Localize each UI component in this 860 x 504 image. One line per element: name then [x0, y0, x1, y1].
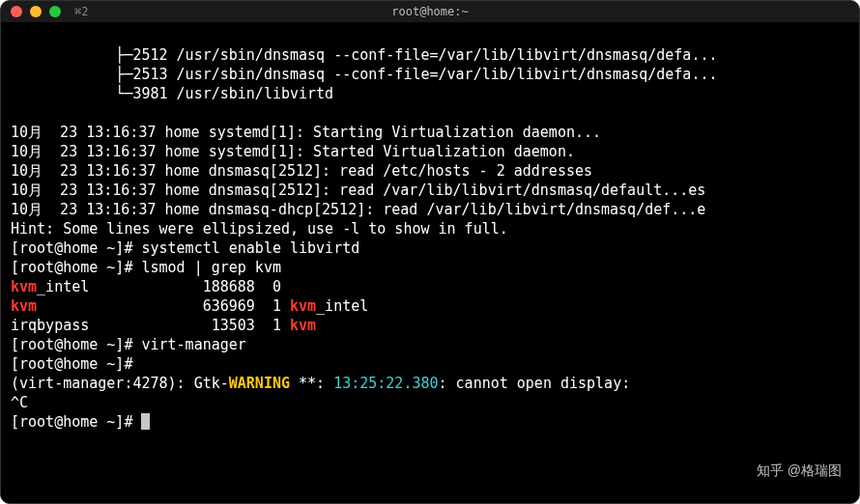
prompt-line: [root@home ~]# virt-manager — [11, 336, 246, 353]
watermark-text: 知乎 @格瑞图 — [757, 461, 842, 480]
cursor-icon — [141, 413, 150, 430]
row-text: irqbypass 13503 1 — [11, 317, 290, 334]
prompt-line: [root@home ~]# systemctl enable libvirtd — [11, 239, 359, 257]
prompt-text: [root@home ~]# — [11, 336, 141, 353]
command-text: systemctl enable libvirtd — [141, 239, 359, 257]
maximize-icon[interactable] — [49, 6, 61, 17]
prompt-line: [root@home ~]# lsmod | grep kvm — [11, 259, 281, 276]
match-text: kvm — [290, 317, 316, 334]
hint-line: Hint: Some lines were ellipsized, use -l… — [11, 220, 508, 238]
log-line: 10月 23 13:16:37 home dnsmasq[2512]: read… — [11, 182, 705, 199]
prompt-text: [root@home ~]# — [11, 355, 141, 373]
prompt-line: [root@home ~]# — [11, 355, 141, 373]
match-text: kvm — [11, 278, 37, 295]
match-text: kvm — [11, 297, 37, 315]
command-text: virt-manager — [141, 336, 245, 353]
command-text: lsmod | grep kvm — [141, 259, 281, 276]
lsmod-row: kvm 636969 1 kvm_intel — [11, 297, 368, 315]
blank-line — [11, 104, 19, 122]
gtk-suffix: : cannot open display: — [439, 375, 640, 392]
terminal-window: ⌘2 root@home:~ ├─2512 /usr/sbin/dnsmasq … — [0, 0, 860, 504]
ctrl-c-line: ^C — [11, 394, 28, 411]
log-line: 10月 23 13:16:37 home systemd[1]: Startin… — [11, 124, 601, 141]
lsmod-row: kvm_intel 188688 0 — [11, 278, 290, 295]
window-title: root@home:~ — [391, 5, 468, 18]
prompt-line: [root@home ~]# — [11, 413, 150, 431]
traffic-lights — [11, 6, 61, 17]
prompt-text: [root@home ~]# — [11, 413, 141, 431]
titlebar: ⌘2 root@home:~ — [1, 1, 859, 22]
gtk-warning-line: (virt-manager:4278): Gtk-WARNING **: 13:… — [11, 375, 639, 392]
terminal-content[interactable]: ├─2512 /usr/sbin/dnsmasq --conf-file=/va… — [1, 22, 859, 503]
timestamp-text: 13:25:22.380 — [333, 375, 438, 392]
tab-label[interactable]: ⌘2 — [74, 5, 88, 18]
row-text: 636969 1 — [37, 297, 290, 315]
log-line: 10月 23 13:16:37 home dnsmasq[2512]: read… — [11, 162, 592, 180]
prompt-text: [root@home ~]# — [11, 239, 141, 257]
close-icon[interactable] — [11, 6, 22, 17]
pstree-line: ├─2512 /usr/sbin/dnsmasq --conf-file=/va… — [11, 46, 718, 64]
row-text: _intel 188688 0 — [37, 278, 290, 295]
match-text: kvm — [290, 297, 316, 315]
log-line: 10月 23 13:16:37 home dnsmasq-dhcp[2512]:… — [11, 201, 705, 218]
warning-label: WARNING — [229, 375, 290, 392]
minimize-icon[interactable] — [30, 6, 42, 17]
row-text: _intel — [316, 297, 368, 315]
log-line: 10月 23 13:16:37 home systemd[1]: Started… — [11, 143, 575, 160]
pstree-line: ├─2513 /usr/sbin/dnsmasq --conf-file=/va… — [11, 66, 718, 83]
gtk-mid: **: — [290, 375, 333, 392]
pstree-line: └─3981 /usr/sbin/libvirtd — [11, 85, 333, 102]
gtk-prefix: (virt-manager:4278): Gtk- — [11, 375, 229, 392]
prompt-text: [root@home ~]# — [11, 259, 141, 276]
lsmod-row: irqbypass 13503 1 kvm — [11, 317, 316, 334]
